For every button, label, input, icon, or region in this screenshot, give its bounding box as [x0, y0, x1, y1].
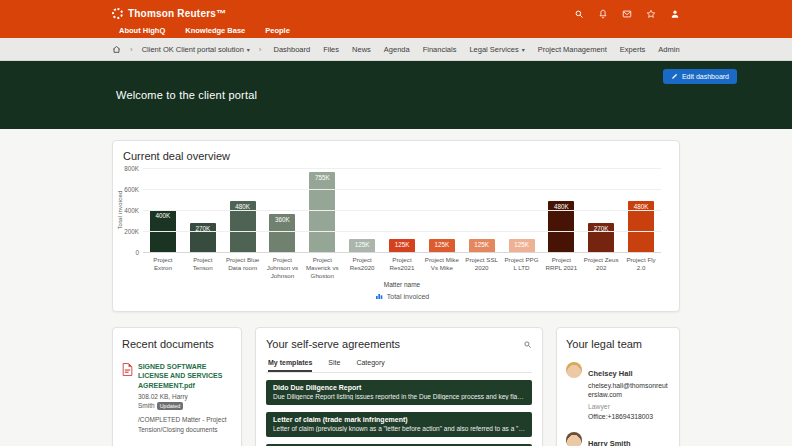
- page-title: Welcome to the client portal: [116, 89, 257, 101]
- member-name[interactable]: Harry Smith: [588, 439, 631, 446]
- agreement-title: Letter of claim (trade mark infringement…: [273, 416, 525, 423]
- recent-documents-title: Recent documents: [122, 338, 232, 350]
- chart-bar[interactable]: 270K: [190, 223, 216, 252]
- bar-value-label: 125K: [389, 241, 415, 248]
- tab-news[interactable]: News: [352, 45, 371, 54]
- brand-logo[interactable]: Thomson Reuters™: [112, 8, 226, 19]
- tab-admin[interactable]: Admin: [658, 45, 679, 54]
- bar-value-label: 480K: [230, 203, 256, 210]
- pdf-icon: [122, 363, 133, 434]
- pencil-icon: [671, 73, 678, 80]
- site-selector[interactable]: Client OK Client portal solution ▾: [142, 45, 250, 54]
- tab-site[interactable]: Site: [328, 359, 340, 372]
- member-role: Lawyer: [588, 403, 670, 410]
- chart-gridline: [143, 189, 661, 190]
- chart-x-tick-label: Project Johnson vs Johnson: [263, 256, 303, 279]
- chart-bar[interactable]: 480K: [548, 201, 574, 252]
- document-path: /COMPLETED Matter - Project Tension/Clos…: [138, 415, 232, 434]
- member-phone: Office:+18694318003: [588, 413, 670, 420]
- app-header: Thomson Reuters™ About HighQ Knowledge B…: [0, 0, 792, 38]
- chart-x-tick-label: Project Fly 2.0: [621, 256, 661, 279]
- tab-files[interactable]: Files: [323, 45, 339, 54]
- mail-icon[interactable]: [622, 9, 632, 19]
- document-list-item: SIGNED SOFTWARE LICENSE AND SERVICES AGR…: [122, 362, 232, 434]
- chart-title: Current deal overview: [123, 150, 669, 162]
- home-icon[interactable]: [112, 45, 121, 54]
- star-icon[interactable]: [646, 9, 656, 19]
- chart-bar[interactable]: 270K: [588, 223, 614, 252]
- chart-y-tick-label: 400K: [124, 207, 139, 214]
- bar-value-label: 360K: [269, 216, 295, 223]
- bar-value-label: 125K: [429, 241, 455, 248]
- team-member: Chelsey Hall chelsey.hall@thomsonreuters…: [566, 362, 670, 420]
- avatar: [566, 362, 582, 378]
- current-deal-overview-card: Current deal overview Total invoiced 400…: [112, 140, 680, 312]
- agreement-list-item[interactable]: Dido Due Diligence Report Due Diligence …: [266, 380, 532, 405]
- chart-bar[interactable]: 360K: [269, 214, 295, 252]
- legal-team-card: Your legal team Chelsey Hall chelsey.hal…: [556, 327, 680, 446]
- hero-banner: Welcome to the client portal Edit dashbo…: [0, 61, 792, 129]
- bar-chart-icon: [375, 292, 383, 300]
- bar-value-label: 400K: [150, 212, 176, 219]
- chart-gridline: [143, 231, 661, 232]
- status-badge: Updated: [157, 402, 184, 410]
- thomson-reuters-logo-icon: [112, 8, 123, 19]
- bar-value-label: 125K: [509, 241, 535, 248]
- bar-value-label: 125K: [349, 241, 375, 248]
- chart-x-tick-label: Project Blue Data room: [223, 256, 263, 279]
- chart-bar[interactable]: 125K: [429, 239, 455, 252]
- agreement-title: Dido Due Diligence Report: [273, 384, 525, 391]
- legend-label: Total invoiced: [387, 293, 429, 300]
- chart-x-tick-label: Project Maverick vs Ghoston: [302, 256, 342, 279]
- agreements-tabs: My templates Site Category: [266, 359, 532, 373]
- chart-bar[interactable]: 125K: [509, 239, 535, 252]
- avatar: [566, 432, 582, 446]
- member-email[interactable]: chelsey.hall@thomsonreuterslaw.com: [588, 382, 670, 400]
- tab-agenda[interactable]: Agenda: [384, 45, 410, 54]
- chart-x-tick-label: Project RRPL 2021: [541, 256, 581, 279]
- chart-y-tick-label: 800K: [124, 165, 139, 172]
- nav-people[interactable]: People: [265, 26, 290, 35]
- tab-experts[interactable]: Experts: [620, 45, 645, 54]
- chart-y-tick-label: 0: [135, 249, 139, 256]
- chart-bar[interactable]: 480K: [230, 201, 256, 252]
- tab-legal-services-label: Legal Services: [469, 45, 518, 54]
- chart-x-tick-label: Project Extron: [143, 256, 183, 279]
- agreement-desc: Due Diligence Report listing issues repo…: [273, 393, 525, 400]
- tab-category[interactable]: Category: [356, 359, 384, 372]
- chart-bar[interactable]: 125K: [389, 239, 415, 252]
- user-icon[interactable]: [670, 9, 680, 19]
- chart-plot-area: 400K270K480K360K755K125K125K125K125K125K…: [143, 168, 661, 253]
- nav-about-highq[interactable]: About HighQ: [119, 26, 165, 35]
- tab-financials[interactable]: Financials: [423, 45, 457, 54]
- tab-my-templates[interactable]: My templates: [268, 359, 312, 372]
- chart-x-tick-label: Project Zeus 202: [581, 256, 621, 279]
- site-selector-label: Client OK Client portal solution: [142, 45, 244, 54]
- chart-legend[interactable]: Total invoiced: [143, 292, 661, 300]
- document-link[interactable]: SIGNED SOFTWARE LICENSE AND SERVICES AGR…: [138, 362, 232, 390]
- tab-legal-services[interactable]: Legal Services ▾: [469, 45, 524, 54]
- chart-gridline: [143, 210, 661, 211]
- tab-dashboard[interactable]: Dashboard: [274, 45, 311, 54]
- site-nav-bar: › Client OK Client portal solution ▾ › D…: [0, 38, 792, 61]
- chart-bar[interactable]: 125K: [349, 239, 375, 252]
- tab-project-management[interactable]: Project Management: [538, 45, 607, 54]
- chart-x-tick-label: Project Res2021: [382, 256, 422, 279]
- agreement-list-item[interactable]: Letter of claim (trade mark infringement…: [266, 412, 532, 437]
- edit-dashboard-button[interactable]: Edit dashboard: [663, 69, 737, 84]
- member-name[interactable]: Chelsey Hall: [588, 369, 633, 378]
- breadcrumb-separator: ›: [130, 45, 133, 54]
- chart-bar[interactable]: 755K: [309, 172, 335, 252]
- chart-x-tick-label: Project SSL 2020: [462, 256, 502, 279]
- chart-xlabels: Project ExtronProject TensonProject Blue…: [143, 256, 661, 279]
- search-icon[interactable]: [523, 340, 532, 349]
- search-icon[interactable]: [574, 9, 584, 19]
- chart-bar[interactable]: 480K: [628, 201, 654, 252]
- bell-icon[interactable]: [598, 9, 608, 19]
- chart-x-tick-label: Project Mike Vs Mike: [422, 256, 462, 279]
- chart-bar[interactable]: 125K: [469, 239, 495, 252]
- chart-x-tick-label: Project Tenson: [183, 256, 223, 279]
- team-member: Harry Smith harry.smith@thomsonreutersla…: [566, 432, 670, 446]
- nav-knowledge-base[interactable]: Knowledge Base: [185, 26, 245, 35]
- secondary-nav: About HighQ Knowledge Base People: [112, 23, 680, 38]
